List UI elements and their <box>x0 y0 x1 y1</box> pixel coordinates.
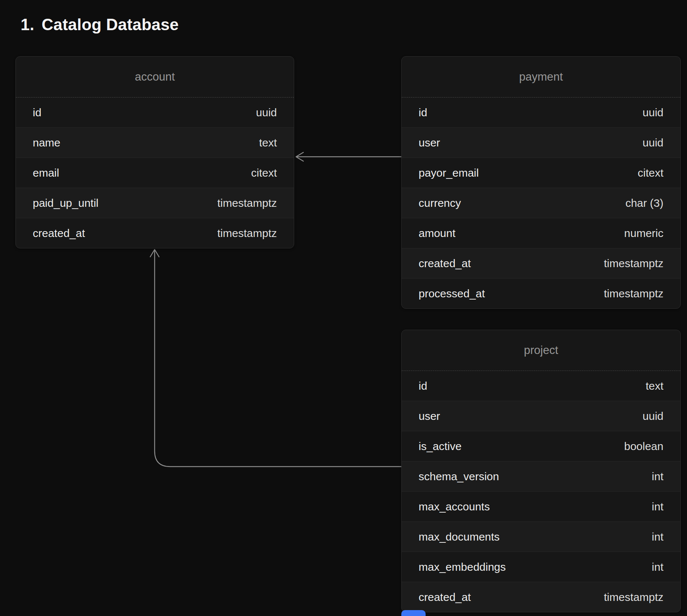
field-name: max_embeddings <box>419 561 506 573</box>
table-row: max_embeddings int <box>402 552 680 582</box>
field-name: user <box>419 137 440 149</box>
field-name: paid_up_until <box>33 197 99 209</box>
table-project-rows: id text user uuid is_active boolean sche… <box>402 371 680 612</box>
table-row: paid_up_until timestamptz <box>16 188 294 218</box>
field-type: char (3) <box>626 197 663 209</box>
field-name: is_active <box>419 440 462 453</box>
table-payment[interactable]: payment id uuid user uuid payor_email ci… <box>401 56 681 309</box>
field-name: max_accounts <box>419 500 490 513</box>
field-name: id <box>419 106 427 119</box>
field-type: text <box>646 380 663 392</box>
table-project[interactable]: project id text user uuid is_active bool… <box>401 330 681 612</box>
field-name: id <box>419 380 427 392</box>
field-name: created_at <box>419 591 471 603</box>
table-row: payor_email citext <box>402 157 680 188</box>
table-row: is_active boolean <box>402 431 680 461</box>
field-type: int <box>652 470 663 483</box>
table-account-rows: id uuid name text email citext paid_up_u… <box>16 98 294 248</box>
diagram-canvas: 1. Catalog Database account id uuid name… <box>0 0 687 616</box>
field-name: processed_at <box>419 287 485 300</box>
field-name: email <box>33 167 59 179</box>
field-type: boolean <box>624 440 663 453</box>
field-name: schema_version <box>419 470 499 483</box>
field-type: timestamptz <box>604 287 663 300</box>
field-type: numeric <box>624 227 663 240</box>
table-row: created_at timestamptz <box>402 582 680 612</box>
field-type: uuid <box>256 106 277 119</box>
field-type: uuid <box>642 106 663 119</box>
page-title-text: Catalog Database <box>42 15 179 34</box>
field-name: name <box>33 137 60 149</box>
field-type: uuid <box>642 410 663 422</box>
field-type: timestamptz <box>604 591 663 603</box>
partial-table-peek[interactable] <box>401 610 426 616</box>
field-type: citext <box>638 167 663 179</box>
table-row: created_at timestamptz <box>16 218 294 248</box>
table-payment-name: payment <box>402 57 680 98</box>
table-row: user uuid <box>402 127 680 157</box>
page-title-number: 1. <box>21 15 34 34</box>
table-row: user uuid <box>402 401 680 431</box>
field-type: timestamptz <box>217 227 277 240</box>
table-row: amount numeric <box>402 218 680 248</box>
relationship-project-account <box>150 249 401 467</box>
table-row: processed_at timestamptz <box>402 278 680 308</box>
field-name: user <box>419 410 440 422</box>
field-type: int <box>652 531 663 543</box>
field-name: id <box>33 106 41 119</box>
table-row: id uuid <box>16 98 294 127</box>
table-row: id text <box>402 371 680 401</box>
field-name: currency <box>419 197 461 209</box>
field-name: created_at <box>33 227 85 240</box>
field-type: uuid <box>642 137 663 149</box>
field-type: citext <box>251 167 277 179</box>
table-row: schema_version int <box>402 461 680 491</box>
field-type: text <box>259 137 277 149</box>
field-type: timestamptz <box>217 197 277 209</box>
table-row: id uuid <box>402 98 680 127</box>
table-row: max_accounts int <box>402 491 680 521</box>
table-row: max_documents int <box>402 521 680 552</box>
field-name: max_documents <box>419 531 500 543</box>
field-name: payor_email <box>419 167 479 179</box>
table-row: name text <box>16 127 294 157</box>
field-type: int <box>652 561 663 573</box>
field-name: created_at <box>419 257 471 270</box>
table-row: created_at timestamptz <box>402 248 680 278</box>
table-row: currency char (3) <box>402 188 680 218</box>
table-payment-rows: id uuid user uuid payor_email citext cur… <box>402 98 680 308</box>
field-name: amount <box>419 227 455 240</box>
table-account[interactable]: account id uuid name text email citext p… <box>15 56 294 248</box>
page-title: 1. Catalog Database <box>21 15 179 34</box>
relationship-payment-account <box>296 152 401 161</box>
table-row: email citext <box>16 157 294 188</box>
field-type: int <box>652 500 663 513</box>
table-project-name: project <box>402 330 680 371</box>
table-account-name: account <box>16 57 294 98</box>
field-type: timestamptz <box>604 257 663 270</box>
